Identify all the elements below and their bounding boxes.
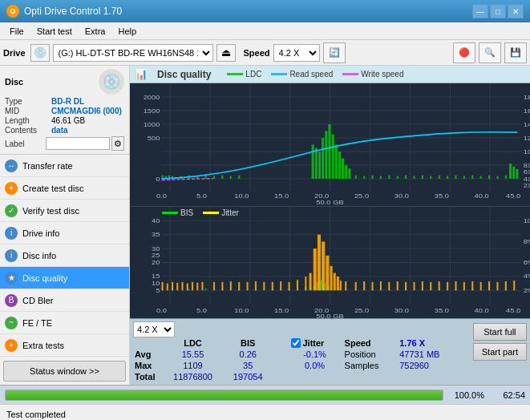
- nav-create-test-disc[interactable]: + Create test disc: [0, 177, 129, 200]
- drive-info-icon: i: [5, 227, 18, 240]
- jitter-checkbox[interactable]: [291, 338, 301, 348]
- start-full-button[interactable]: Start full: [473, 323, 527, 341]
- svg-rect-57: [322, 138, 324, 179]
- svg-rect-84: [505, 176, 507, 179]
- svg-text:10X: 10X: [524, 147, 530, 155]
- nav-transfer-rate[interactable]: ↔ Transfer rate: [0, 155, 129, 177]
- chart-header: 📊 Disc quality LDC Read speed Write spee…: [130, 66, 530, 83]
- charts-container: 2000 1500 1000 500 0 18X 16X 14X 12X 10X…: [130, 83, 530, 318]
- start-part-button[interactable]: Start part: [473, 343, 527, 361]
- svg-rect-177: [318, 235, 321, 291]
- svg-text:6%: 6%: [524, 259, 530, 266]
- svg-rect-198: [463, 282, 465, 290]
- minimize-button[interactable]: —: [472, 4, 488, 18]
- nav-cd-bler[interactable]: B CD Bler: [0, 289, 129, 312]
- jitter-label: Jitter: [302, 338, 324, 348]
- svg-rect-52: [230, 176, 232, 179]
- nav-extra-tests[interactable]: + Extra tests: [0, 334, 129, 357]
- nav-fe-te[interactable]: ~ FE / TE: [0, 312, 129, 334]
- svg-rect-158: [181, 282, 183, 290]
- svg-rect-180: [330, 266, 333, 290]
- disc-title: Disc: [5, 77, 23, 87]
- stats-speed-select[interactable]: 4.2 X: [133, 321, 175, 337]
- nav-verify-test-disc[interactable]: ✓ Verify test disc: [0, 200, 129, 222]
- type-value: BD-R DL: [51, 97, 84, 106]
- avg-bis: 0.26: [224, 349, 272, 360]
- svg-rect-50: [213, 176, 215, 179]
- jitter-checkbox-cell[interactable]: Jitter: [288, 337, 341, 349]
- nav-create-test-disc-label: Create test disc: [22, 184, 83, 193]
- maximize-button[interactable]: □: [490, 4, 506, 18]
- max-label: Max: [133, 360, 162, 371]
- svg-text:2X: 2X: [524, 182, 530, 189]
- svg-rect-184: [345, 281, 346, 290]
- nav-disc-info-label: Disc info: [22, 251, 56, 260]
- svg-text:35.0: 35.0: [435, 307, 449, 314]
- svg-text:50.0 GB: 50.0 GB: [316, 313, 344, 318]
- disc-label-button[interactable]: ⚙: [111, 136, 124, 151]
- disc-label-input[interactable]: [46, 137, 110, 150]
- verify-button[interactable]: 🔍: [479, 42, 501, 63]
- nav-disc-info[interactable]: i Disc info: [0, 244, 129, 267]
- svg-rect-186: [363, 281, 365, 290]
- menu-start-test[interactable]: Start test: [30, 25, 79, 38]
- mid-label: MID: [5, 107, 51, 115]
- svg-rect-83: [496, 176, 498, 179]
- svg-rect-156: [172, 282, 173, 290]
- menu-extra[interactable]: Extra: [79, 25, 112, 38]
- ldc-header: LDC: [162, 337, 224, 349]
- drive-select[interactable]: (G:) HL-DT-ST BD-RE WH16NS48 1.D3: [53, 44, 213, 62]
- svg-rect-71: [397, 176, 399, 179]
- drive-icon-btn[interactable]: 💿: [30, 44, 50, 62]
- menu-help[interactable]: Help: [111, 25, 143, 38]
- svg-text:25.0: 25.0: [354, 307, 369, 314]
- refresh-button[interactable]: 🔄: [323, 42, 346, 63]
- svg-rect-80: [471, 176, 473, 179]
- svg-rect-60: [332, 135, 334, 179]
- menu-file[interactable]: File: [3, 25, 30, 38]
- total-ldc: 11876800: [162, 371, 224, 382]
- svg-rect-160: [192, 282, 193, 290]
- max-jitter: 0.0%: [288, 360, 341, 371]
- nav-drive-info[interactable]: i Drive info: [0, 222, 129, 244]
- legend-read-speed: Read speed: [271, 70, 333, 79]
- position-value: 47731 MB: [396, 349, 459, 360]
- legend-write-speed: Write speed: [342, 70, 403, 79]
- title-bar: O Opti Drive Control 1.70 — □ ✕: [0, 0, 530, 22]
- contents-label: Contents: [5, 126, 51, 135]
- transfer-rate-icon: ↔: [5, 160, 18, 172]
- eject-button[interactable]: ⏏: [216, 44, 236, 62]
- svg-rect-161: [196, 283, 198, 291]
- status-window-button[interactable]: Status window >>: [3, 361, 126, 382]
- svg-rect-195: [439, 281, 440, 290]
- disc-label-label: Label: [5, 139, 46, 148]
- svg-rect-53: [238, 176, 240, 179]
- speed-label: Speed: [244, 48, 270, 58]
- svg-rect-157: [176, 283, 178, 291]
- nav-disc-quality[interactable]: ★ Disc quality: [0, 267, 129, 289]
- svg-text:2%: 2%: [524, 287, 530, 294]
- burn-button[interactable]: 🔴: [453, 42, 475, 63]
- svg-rect-165: [230, 281, 232, 290]
- max-ldc: 1109: [162, 360, 224, 371]
- stats-section: 4.2 X LDC BIS Jitter: [130, 318, 530, 385]
- svg-rect-175: [310, 273, 312, 291]
- svg-text:5.0: 5.0: [196, 307, 207, 314]
- svg-text:2000: 2000: [144, 93, 160, 100]
- close-button[interactable]: ✕: [508, 4, 524, 18]
- disc-quality-icon: ★: [5, 272, 18, 285]
- svg-text:45.0: 45.0: [506, 192, 520, 200]
- legend-bis: BIS: [162, 208, 193, 217]
- svg-rect-86: [512, 167, 515, 179]
- save-button[interactable]: 💾: [504, 42, 527, 63]
- svg-rect-51: [221, 176, 223, 179]
- svg-rect-72: [405, 176, 407, 179]
- svg-text:4%: 4%: [524, 273, 530, 280]
- speed-select[interactable]: 4.2 X: [273, 44, 320, 62]
- svg-rect-189: [388, 282, 390, 290]
- avg-ldc: 15.55: [162, 349, 224, 360]
- progress-container: 100.0% 62:54: [0, 385, 530, 404]
- nav-verify-test-disc-label: Verify test disc: [22, 206, 79, 216]
- position-label: Position: [342, 349, 397, 360]
- svg-rect-188: [380, 281, 382, 290]
